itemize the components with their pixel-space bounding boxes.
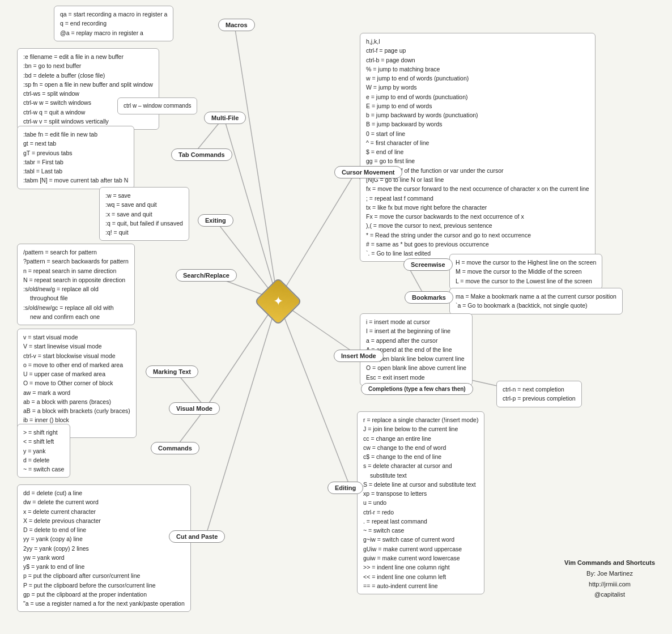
cp-line-11: P = put the clipboard before the cursor/… (23, 581, 185, 590)
macros-content-box: qa = start recording a macro in register… (54, 6, 173, 41)
cur-line-10: B = jump backward by words (366, 120, 589, 129)
sr-line-5b: throughout file (23, 293, 129, 303)
ed-line-4: cw = change to the end of word (363, 443, 478, 452)
tab-line-2: gt = next tab (23, 139, 128, 148)
ins-line-7: Esc = exit insert mode (366, 373, 466, 382)
svg-line-8 (206, 300, 278, 536)
exit-line-2: :wq = save and quit (105, 200, 183, 209)
exit-line-1: :w = save (105, 191, 183, 200)
cur-line-11: 0 = start of line (366, 129, 589, 138)
mt-line-9: aB = a block with brackets (curly braces… (23, 406, 130, 415)
cur-line-2: ctrl-f = page up (366, 46, 589, 55)
cur-line-4: % = jump to matching brace (366, 65, 589, 74)
cur-line-22: * = Read the string under the cursor and… (366, 231, 589, 240)
macros-label: Macros (218, 19, 255, 31)
main-canvas: ✦ qa = start recording a macro in regist… (0, 0, 672, 634)
editing-content-box: r = replace a single character (!insert … (357, 411, 484, 594)
commands-label: Commands (151, 442, 199, 454)
cur-line-1: h,j,k,l (366, 37, 589, 46)
cp-line-4: X = delete previous character (23, 516, 185, 525)
ed-line-5: c$ = change to the end of line (363, 452, 478, 461)
exiting-content-box: :w = save :wq = save and quit :x = save … (99, 187, 189, 241)
ins-line-2: I = insert at the beginning of line (366, 326, 466, 335)
credit-block: Vim Commands and Shortcuts By: Joe Marti… (564, 558, 655, 600)
screenwise-label: Screenwise (403, 258, 453, 271)
cp-line-1: dd = delete (cut) a line (23, 488, 185, 497)
insert-mode-label: Insert Mode (334, 350, 384, 362)
ed-line-3: cc = change an entire line (363, 434, 478, 443)
exiting-label: Exiting (198, 214, 233, 227)
macros-line-2: q = end recording (60, 19, 167, 28)
mt-line-5: U = upper case of marked area (23, 369, 130, 378)
bookmarks-label: Bookmarks (405, 291, 453, 304)
credit-title: Vim Commands and Shortcuts (564, 558, 655, 568)
ed-line-16: >> = indent line one column right (363, 563, 478, 572)
mt-line-8: ab = a block with parens (braces) (23, 397, 130, 406)
mf-line-5: ctrl-ws = split window (23, 89, 153, 98)
screenwise-content-box: H = move the cursor to the Highest line … (449, 254, 602, 290)
ins-line-1: i = insert mode at cursor (366, 317, 466, 326)
cp-line-10: p = put the clipboard after cursor/curre… (23, 571, 185, 580)
cmd-line-4: d = delete (23, 456, 64, 465)
ed-line-7: S = delete line at cursor and substitute… (363, 480, 478, 489)
completions-label: Completions (type a few chars then) (361, 383, 473, 395)
ed-line-1: r = replace a single character (!insert … (363, 415, 478, 424)
cur-line-19: tx = like fx but move right before the c… (366, 203, 589, 212)
macros-line-1: qa = start recording a macro in register… (60, 10, 167, 19)
credit-by: By: Joe Martinez (564, 568, 655, 579)
credit-url: http://jrmiii.com (564, 579, 655, 590)
ed-line-13: g~iw = switch case of current word (363, 535, 478, 544)
completions-content-box: ctrl-n = next completion ctrl-p = previo… (496, 381, 582, 407)
cmd-line-2: < = shift left (23, 437, 64, 446)
cur-line-14: gg = go to first line (366, 156, 589, 165)
cp-line-13: "a = use a register named a for the next… (23, 599, 185, 608)
cp-line-2: dw = delete the current word (23, 497, 185, 507)
search-label: Search/Replace (176, 269, 237, 282)
exit-line-4: :q = quit, but failed if unsaved (105, 219, 183, 228)
mt-line-2: V = start linewise visual mode (23, 342, 130, 351)
mt-line-3: ctrl-v = start blockwise visual mode (23, 351, 130, 360)
sw-line-1: H = move the cursor to the Highest line … (456, 258, 596, 267)
cp-line-6: yy = yank (copy a) line (23, 534, 185, 543)
cur-line-3: ctrl-b = page down (366, 56, 589, 65)
cur-line-18: ; = repeat last f command (366, 194, 589, 203)
ed-line-9: u = undo (363, 498, 478, 507)
tab-line-6: :tabm [N] = move current tab after tab N (23, 176, 128, 185)
mt-line-4: o = move to other end of marked area (23, 360, 130, 369)
ed-line-18: == = auto-indent current line (363, 581, 478, 590)
cutpaste-label: Cut and Paste (169, 530, 225, 543)
ed-line-8: xp = transpose to letters (363, 489, 478, 498)
marking-content-box: v = start visual mode V = start linewise… (17, 329, 137, 438)
ed-line-14: gUiw = make current word uppercase (363, 544, 478, 554)
mt-line-7: aw = mark a word (23, 388, 130, 397)
exit-line-3: :x = save and quit (105, 210, 183, 219)
ed-line-11: . = repeat last command (363, 517, 478, 526)
tab-line-4: :tabr = First tab (23, 158, 128, 167)
svg-line-9 (278, 172, 356, 300)
cur-line-7: e = jump to end of words (punctuation) (366, 92, 589, 101)
cur-line-9: b = jump backward by words (punctuation) (366, 110, 589, 120)
cp-line-12: gp = put the clipboard at the proper ind… (23, 590, 185, 599)
center-icon: ✦ (254, 278, 303, 326)
cmd-line-1: > = shift right (23, 428, 64, 437)
multifile-label: Multi-File (204, 112, 246, 124)
cur-line-21: ),( = move the cursor to next, previous … (366, 221, 589, 230)
ed-line-2: J = join line below to the current line (363, 424, 478, 433)
sr-line-3: n = repeat search in same direction (23, 266, 129, 275)
sr-line-6: :s/old/new/gc = replace all old with (23, 303, 129, 312)
ed-line-17: << = indent line one column left (363, 572, 478, 581)
mf-line-1: :e filename = edit a file in a new buffe… (23, 52, 153, 61)
editing-label: Editing (328, 482, 363, 494)
cp-line-5: D = delete to end of line (23, 525, 185, 534)
cutpaste-content-box: dd = delete (cut) a line dw = delete the… (17, 484, 191, 612)
sr-line-6b: new and confirm each one (23, 312, 129, 321)
ctrl-w-box: ctrl w – window commands (117, 97, 197, 114)
tab-line-3: gT = previous tabs (23, 148, 128, 158)
cp-line-8: yw = yank word (23, 553, 185, 562)
cur-line-23: # = same as * but goes to previous occur… (366, 240, 589, 249)
mf-line-3: :bd = delete a buffer (close file) (23, 71, 153, 80)
cur-line-5: w = jump to end of words (punctuation) (366, 74, 589, 83)
ed-line-6: s = delete character at cursor and (363, 461, 478, 470)
exit-line-5: :q! = quit (105, 228, 183, 237)
cur-line-13: $ = end of line (366, 147, 589, 156)
